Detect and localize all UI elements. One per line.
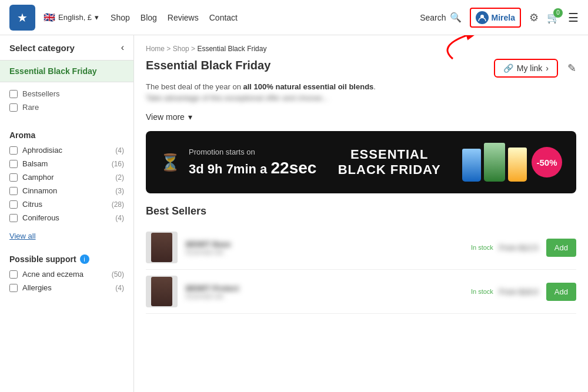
filter-rare-label[interactable]: Rare (22, 103, 39, 112)
chevron-down-icon: ▾ (95, 13, 99, 22)
info-icon[interactable]: i (80, 254, 89, 264)
product-info-1: BEWIT Base Essential oils (186, 240, 463, 256)
chevron-down-icon: ▾ (188, 112, 192, 122)
search-button[interactable]: 🔍 (450, 12, 462, 23)
aroma-camphor-checkbox[interactable] (9, 173, 18, 182)
filter-rare-checkbox[interactable] (9, 103, 18, 112)
banner-center: ESSENTIAL BLACK FRIDAY (338, 147, 441, 178)
search-area: Search 🔍 (420, 12, 461, 23)
product-price-1: From $12.5 (499, 243, 540, 252)
product-row-2: BEWIT Protect Essential oils In stock Fr… (146, 270, 576, 314)
user-name: Mirela (492, 13, 515, 22)
breadcrumb-current: Essential Black Friday (197, 45, 266, 53)
aroma-aphrodisiac-checkbox[interactable] (9, 146, 18, 155)
aroma-item-coniferous: Coniferous (4) (9, 213, 124, 222)
support-allergies-count: (4) (115, 284, 124, 292)
product-name-1: BEWIT Base (186, 240, 256, 249)
banner-title-line1: ESSENTIAL (338, 147, 441, 162)
page-title-row: Essential Black Friday 🔗 My link › (146, 59, 576, 78)
my-link-label: My link (517, 63, 543, 73)
support-acne-checkbox[interactable] (9, 270, 18, 279)
add-to-cart-2[interactable]: Add (546, 283, 576, 301)
support-allergies-checkbox[interactable] (9, 284, 18, 292)
aroma-camphor-label[interactable]: Camphor (22, 173, 111, 182)
aroma-citrus-label[interactable]: Citrus (22, 200, 107, 209)
breadcrumb-shop[interactable]: Shop (173, 45, 189, 53)
product-type-1: Essential oils (186, 249, 245, 256)
support-item-acne: Acne and eczema (50) (9, 270, 124, 279)
sidebar-filters: Bestsellers Rare (0, 82, 133, 123)
support-allergies-label[interactable]: Allergies (22, 283, 111, 292)
nav-contact[interactable]: Contact (209, 13, 238, 22)
sidebar-header: Select category ‹ (0, 35, 133, 61)
lang-selector[interactable]: 🇬🇧 English, £ ▾ (44, 12, 99, 23)
sidebar-active-category[interactable]: Essential Black Friday (0, 61, 133, 82)
link-icon: 🔗 (503, 63, 513, 73)
sidebar: Select category ‹ Essential Black Friday… (0, 35, 134, 392)
view-all-link[interactable]: View all (9, 232, 36, 240)
countdown-seconds: 22sec (270, 159, 316, 177)
countdown-hours: 9h (208, 162, 223, 176)
sidebar-collapse-button[interactable]: ‹ (121, 42, 124, 53)
logo[interactable]: ★ (9, 5, 35, 31)
support-title: Possible support (9, 254, 76, 264)
header-right: Search 🔍 Mirela ⚙ 🛒 0 ☰ (420, 8, 579, 28)
aroma-balsam-label[interactable]: Balsam (22, 159, 107, 168)
hamburger-menu-button[interactable]: ☰ (568, 11, 579, 25)
nav-blog[interactable]: Blog (141, 13, 157, 22)
add-to-cart-1[interactable]: Add (546, 239, 576, 257)
banner-left: ⏳ Promotion starts on 3d 9h 7min a 22sec (160, 148, 316, 177)
settings-button[interactable]: ⚙ (529, 11, 539, 24)
cart-badge: 0 (553, 8, 563, 18)
desc-bold: all 100% natural essential oil blends (243, 82, 374, 91)
countdown-minutes: 7min (226, 162, 256, 176)
best-sellers-section: Best Sellers BEWIT Base Essential oils I… (146, 205, 576, 314)
aroma-item-camphor: Camphor (2) (9, 173, 124, 182)
timer-icon: ⏳ (160, 153, 181, 172)
aroma-item-aphrodisiac: Aphrodisiac (4) (9, 146, 124, 155)
aroma-balsam-checkbox[interactable] (9, 160, 18, 168)
cart-button[interactable]: 🛒 0 (547, 11, 560, 24)
nav-shop[interactable]: Shop (111, 13, 130, 22)
aroma-citrus-checkbox[interactable] (9, 200, 18, 209)
aroma-coniferous-label[interactable]: Coniferous (22, 213, 111, 222)
filter-bestsellers-label[interactable]: Bestsellers (22, 89, 60, 98)
aroma-balsam-count: (16) (112, 160, 124, 168)
page-actions: 🔗 My link › ✎ (494, 59, 576, 78)
breadcrumb-home[interactable]: Home (146, 45, 165, 53)
header: ★ 🇬🇧 English, £ ▾ Shop Blog Reviews Cont… (0, 0, 588, 35)
filter-bestsellers-checkbox[interactable] (9, 90, 18, 98)
nav-reviews[interactable]: Reviews (168, 13, 199, 22)
aroma-coniferous-checkbox[interactable] (9, 214, 18, 222)
view-more-button[interactable]: View more ▾ (146, 112, 192, 122)
aroma-camphor-count: (2) (115, 173, 124, 182)
page-description: The best deal of the year on all 100% na… (146, 82, 576, 91)
support-acne-label[interactable]: Acne and eczema (22, 270, 107, 279)
product-right-1: In stock From $12.5 Add (471, 239, 576, 257)
edit-button[interactable]: ✎ (567, 62, 576, 75)
bottle-2 (484, 143, 505, 182)
in-stock-1: In stock (471, 244, 493, 251)
chevron-right-icon: › (546, 63, 549, 73)
flag-icon: 🇬🇧 (44, 12, 55, 23)
promo-text: Promotion starts on 3d 9h 7min a 22sec (189, 148, 316, 177)
aroma-item-citrus: Citrus (28) (9, 200, 124, 209)
bottle-1 (462, 149, 481, 182)
support-header: Possible support i (9, 254, 124, 264)
aroma-aphrodisiac-label[interactable]: Aphrodisiac (22, 146, 111, 155)
discount-badge: -50% (532, 147, 562, 177)
aroma-item-balsam: Balsam (16) (9, 159, 124, 168)
aroma-citrus-count: (28) (112, 200, 124, 209)
aroma-section: Aroma Aphrodisiac (4) Balsam (16) Campho… (0, 123, 133, 229)
support-item-allergies: Allergies (4) (9, 283, 124, 292)
promo-countdown: 3d 9h 7min a 22sec (189, 159, 316, 177)
product-type-2: Essential oils (186, 293, 245, 300)
aroma-cinnamon-checkbox[interactable] (9, 187, 18, 195)
bottle-3 (508, 148, 527, 182)
filter-bestsellers: Bestsellers (9, 89, 124, 98)
user-button[interactable]: Mirela (470, 8, 521, 28)
my-link-button[interactable]: 🔗 My link › (494, 59, 558, 78)
lang-label: English, £ (58, 13, 92, 22)
product-thumb-1 (146, 232, 178, 263)
aroma-cinnamon-label[interactable]: Cinnamon (22, 186, 111, 195)
